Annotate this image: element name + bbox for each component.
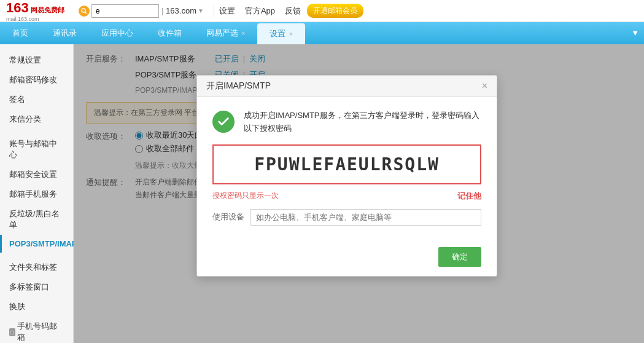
content-area: 开启服务： IMAP/SMTP服务 已开启 | 关闭 POP3/SMTP服务 已… [74,44,644,343]
sidebar-item-signature[interactable]: 签名 [0,90,73,109]
top-bar: 163 网易免费邮 mail.163.com | 163.com ▼ 设置 官方… [0,0,644,22]
main-layout: 常规设置 邮箱密码修改 签名 来信分类 账号与邮箱中心 邮箱安全设置 邮箱手机服… [0,44,644,343]
sidebar-item-password[interactable]: 邮箱密码修改 [0,70,73,90]
search-input[interactable] [91,4,159,18]
auth-hint-row: 授权密码只显示一次 记住他 [212,191,481,202]
search-icon [79,6,90,17]
confirm-button[interactable]: 确定 [438,247,481,267]
tab-yanxuan-close[interactable]: × [241,22,245,44]
auth-code-box: FPUWLEFAEULRSQLW [212,144,481,184]
sidebar-item-filter[interactable]: 来信分类 [0,109,73,129]
sidebar: 常规设置 邮箱密码修改 签名 来信分类 账号与邮箱中心 邮箱安全设置 邮箱手机服… [0,44,74,343]
sidebar-item-folders[interactable]: 文件夹和标签 [0,258,73,277]
success-text: 成功开启IMAP/SMTP服务，在第三方客户端登录时，登录密码输入以下授权密码 [244,109,481,135]
modal-title: 开启IMAP/SMTP [206,81,271,92]
top-nav-links: 设置 官方App 反馈 [219,6,301,17]
sidebar-item-general[interactable]: 常规设置 [0,50,73,70]
svg-line-1 [85,12,87,14]
app-link[interactable]: 官方App [245,6,275,17]
phone-icon: □ [9,328,15,336]
modal-dialog: 开启IMAP/SMTP × 成功开启IMAP/SMTP服务，在第三方客户端登录时… [196,75,497,277]
logo-163: 163 [6,0,29,16]
nav-tabs: 首页 通讯录 应用中心 收件箱 网易严选 × 设置 × ▼ [0,22,644,44]
auth-note: 记住他 [457,191,481,202]
device-label: 使用设备 [212,211,244,223]
sidebar-item-mobile[interactable]: 邮箱手机服务 [0,184,73,204]
sidebar-item-multitab[interactable]: 多标签窗口 [0,277,73,297]
sidebar-item-pop3[interactable]: POP3/SMTP/IMAP [0,235,73,253]
sidebar-item-spam[interactable]: 反垃圾/黑白名单 [0,204,73,235]
sidebar-item-security[interactable]: 邮箱安全设置 [0,165,73,184]
sidebar-item-phonemail[interactable]: □ 手机号码邮箱 [0,317,73,343]
domain-arrow-icon[interactable]: ▼ [198,7,204,14]
logo: 163 网易免费邮 mail.163.com [6,0,64,22]
logo-sub: mail.163.com [6,16,64,22]
tab-apps[interactable]: 应用中心 [89,22,145,44]
domain-display: 163.com [166,6,196,15]
sidebar-item-account[interactable]: 账号与邮箱中心 [0,134,73,165]
settings-link[interactable]: 设置 [219,6,235,17]
auth-hint: 授权密码只显示一次 [212,191,279,202]
modal-header: 开启IMAP/SMTP × [197,76,497,97]
modal-close-button[interactable]: × [482,81,487,92]
tab-settings[interactable]: 设置 × [257,23,305,44]
feedback-link[interactable]: 反馈 [285,6,301,17]
modal-body: 成功开启IMAP/SMTP服务，在第三方客户端登录时，登录密码输入以下授权密码 … [197,97,497,247]
tabs-more-arrow[interactable]: ▼ [626,22,644,44]
tab-settings-close[interactable]: × [289,23,292,44]
logo-tagline: 网易免费邮 [31,6,64,15]
divider [214,5,214,17]
tab-yanxuan[interactable]: 网易严选 × [194,22,257,44]
modal-footer: 确定 [197,247,497,276]
auth-code: FPUWLEFAEULRSQLW [254,154,440,175]
tab-contacts[interactable]: 通讯录 [41,22,89,44]
svg-point-0 [82,9,85,12]
success-row: 成功开启IMAP/SMTP服务，在第三方客户端登录时，登录密码输入以下授权密码 [212,109,481,135]
device-row: 使用设备 [212,209,481,226]
device-input[interactable] [250,209,481,226]
tab-home[interactable]: 首页 [0,22,41,44]
vip-button[interactable]: 开通邮箱会员 [307,4,363,18]
search-area: | 163.com ▼ [79,4,204,18]
success-icon [212,111,235,133]
tab-inbox[interactable]: 收件箱 [145,22,194,44]
sidebar-item-skin[interactable]: 换肤 [0,297,73,317]
